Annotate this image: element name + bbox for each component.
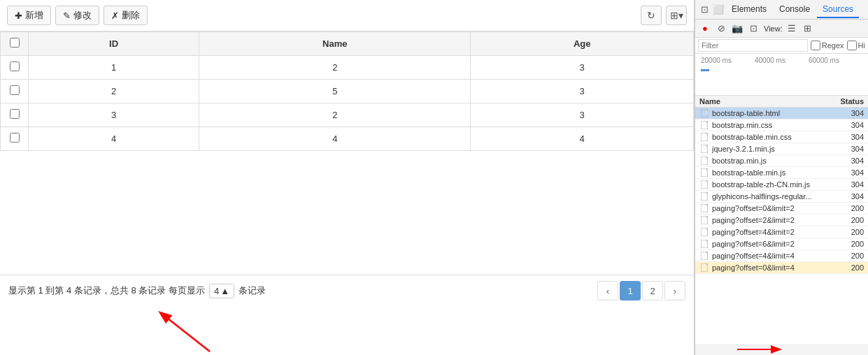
devtools-panel: ⊡ ⬜ Elements Console Sources ● ⊘ 📷 ⊡ Vie… (695, 0, 868, 355)
camera-button[interactable]: 📷 (730, 22, 744, 36)
row-age-cell: 4 (471, 127, 694, 151)
per-page-select[interactable]: 4 ▲ (209, 284, 234, 298)
next-page-button[interactable]: › (664, 281, 685, 300)
col-name-header: Name (699, 97, 836, 106)
row-checkbox-3[interactable] (10, 133, 20, 143)
main-content: ✚ 新增 ✎ 修改 ✗ 删除 ↻ ⊞▾ (0, 0, 695, 355)
net-item-status: 304 (836, 192, 864, 201)
row-name-cell: 5 (199, 80, 471, 103)
net-item[interactable]: bootstrap-table.min.js 304 (695, 167, 868, 179)
net-item[interactable]: bootstrap-table.min.css 304 (695, 131, 868, 143)
add-button[interactable]: ✚ 新增 (7, 6, 51, 25)
grid-button[interactable]: ⊞▾ (666, 6, 687, 25)
net-item[interactable]: paging?offset=6&limit=2 200 (695, 238, 868, 250)
refresh-button[interactable]: ↻ (641, 6, 662, 25)
select-all-checkbox[interactable] (10, 38, 20, 48)
regex-text: Regex (822, 41, 844, 50)
edit-label: 修改 (73, 9, 92, 22)
hide-checkbox[interactable] (847, 41, 857, 50)
x-icon: ✗ (111, 10, 119, 21)
plus-icon: ✚ (15, 10, 22, 21)
net-item-name: paging?offset=0&limit=4 (712, 263, 836, 272)
net-item-status: 304 (836, 145, 864, 153)
table-row[interactable]: 4 4 4 (1, 127, 694, 151)
file-icon (699, 156, 709, 166)
delete-button[interactable]: ✗ 删除 (104, 6, 148, 25)
net-item[interactable]: jquery-3.2.1.min.js 304 (695, 143, 868, 155)
row-id-cell: 1 (29, 56, 199, 80)
table-header-row: ID Name Age (1, 32, 694, 56)
timeline-bar (701, 69, 709, 71)
net-item[interactable]: paging?offset=0&limit=4 200 (695, 262, 868, 274)
delete-label: 删除 (122, 9, 140, 22)
edit-button[interactable]: ✎ 修改 (55, 6, 99, 25)
prev-page-button[interactable]: ‹ (597, 281, 618, 300)
row-checkbox-0[interactable] (10, 61, 20, 71)
tab-console[interactable]: Console (774, 1, 816, 18)
regex-checkbox[interactable] (811, 41, 820, 50)
file-icon (699, 251, 709, 261)
net-item-name: bootstrap.min.css (712, 121, 836, 129)
net-item[interactable]: bootstrap.min.js 304 (695, 155, 868, 167)
group-view-button[interactable]: ⊞ (801, 22, 815, 36)
net-item-name: bootstrap-table-zh-CN.min.js (712, 180, 836, 189)
network-list: bootstrap-table.html 304 bootstrap.min.c… (695, 108, 868, 344)
timeline-area: 20000 ms 40000 ms 60000 ms (695, 54, 868, 96)
row-name-cell: 2 (199, 56, 471, 80)
net-item-status: 200 (836, 216, 864, 224)
tab-sources[interactable]: Sources (817, 1, 859, 18)
table-row[interactable]: 1 2 3 (1, 56, 694, 80)
mobile-icon[interactable]: ⬜ (712, 3, 725, 16)
net-item[interactable]: bootstrap-table-zh-CN.min.js 304 (695, 179, 868, 191)
filter-toggle-button[interactable]: ⊡ (746, 22, 760, 36)
file-icon (699, 144, 709, 154)
net-item-status: 304 (836, 157, 864, 165)
stop-button[interactable]: ⊘ (714, 22, 728, 36)
list-view-button[interactable]: ☰ (785, 22, 799, 36)
file-icon (699, 191, 709, 201)
page-2-button[interactable]: 2 (642, 281, 663, 300)
net-item[interactable]: bootstrap.min.css 304 (695, 119, 868, 131)
file-icon (699, 120, 709, 130)
row-id-cell: 2 (29, 80, 199, 103)
filter-input[interactable] (698, 39, 808, 52)
net-item[interactable]: paging?offset=0&limit=2 200 (695, 203, 868, 215)
net-item-name: paging?offset=2&limit=2 (712, 216, 836, 224)
net-item[interactable]: glyphicons-halflings-regular... 304 (695, 191, 868, 203)
net-item[interactable]: bootstrap-table.html 304 (695, 108, 868, 119)
net-item-name: bootstrap-table.min.css (712, 133, 836, 141)
table-row[interactable]: 2 5 3 (1, 80, 694, 103)
toolbar-right: ↻ ⊞▾ (641, 6, 687, 25)
record-button[interactable]: ● (698, 22, 712, 36)
marker-20000: 20000 ms (701, 57, 755, 64)
regex-label: Regex (811, 41, 844, 50)
net-item-status: 304 (836, 168, 864, 177)
net-item-status: 200 (836, 252, 864, 260)
row-name-cell: 4 (199, 127, 471, 151)
table-row[interactable]: 3 2 3 (1, 103, 694, 127)
file-icon (699, 263, 709, 273)
row-checkbox-1[interactable] (10, 85, 20, 95)
page-1-button[interactable]: 1 (620, 281, 641, 300)
per-page-arrow: ▲ (220, 286, 229, 296)
marker-40000: 40000 ms (755, 57, 809, 64)
net-item-status: 304 (836, 180, 864, 189)
inspect-icon[interactable]: ⊡ (698, 3, 711, 16)
col-status-header: Status (836, 97, 864, 106)
table-container: ID Name Age 1 2 3 2 5 3 (0, 31, 694, 275)
pagination-bar: 显示第 1 到第 4 条记录，总共 8 条记录 每页显示 4 ▲ 条记录 ‹ 1… (0, 275, 694, 306)
hide-label: Hi (847, 41, 865, 50)
net-item[interactable]: paging?offset=4&limit=2 200 (695, 226, 868, 238)
net-item[interactable]: paging?offset=4&limit=4 200 (695, 250, 868, 262)
net-item-status: 304 (836, 109, 864, 117)
net-item-status: 304 (836, 121, 864, 129)
net-item-name: bootstrap-table.html (712, 109, 836, 117)
net-item-name: paging?offset=6&limit=2 (712, 240, 836, 248)
svg-line-1 (161, 313, 210, 352)
file-icon (699, 239, 709, 249)
net-item[interactable]: paging?offset=2&limit=2 200 (695, 215, 868, 226)
net-item-status: 200 (836, 263, 864, 272)
row-checkbox-2[interactable] (10, 109, 20, 119)
row-age-cell: 3 (471, 80, 694, 103)
tab-elements[interactable]: Elements (726, 1, 772, 18)
